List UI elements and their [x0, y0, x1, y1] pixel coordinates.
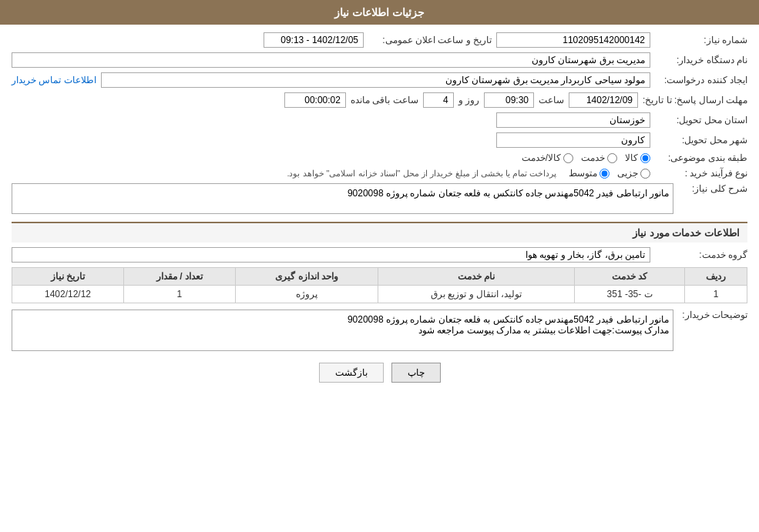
radio-khadamat-input[interactable]: [607, 153, 617, 163]
table-cell: 1: [124, 286, 236, 303]
service-table-body: 1ت -35- 351تولید، انتقال و توزیع برقپروژ…: [12, 286, 747, 303]
service-table: ردیف کد خدمت نام خدمت واحد اندازه گیری ت…: [12, 267, 747, 303]
announce-label: تاریخ و ساعت اعلان عمومی:: [368, 35, 492, 45]
col-quantity: تعداد / مقدار: [124, 268, 236, 286]
table-row: 1ت -35- 351تولید، انتقال و توزیع برقپروژ…: [12, 286, 747, 303]
col-service-name: نام خدمت: [378, 268, 575, 286]
announce-input[interactable]: [264, 32, 364, 48]
service-group-label: گروه خدمت:: [655, 249, 747, 260]
table-cell: تولید، انتقال و توزیع برق: [378, 286, 575, 303]
contact-link[interactable]: اطلاعات تماس خریدار: [12, 75, 96, 85]
col-row: ردیف: [685, 268, 747, 286]
deadline-days-input[interactable]: [423, 92, 454, 108]
need-number-input[interactable]: [496, 32, 650, 48]
table-cell: 1: [685, 286, 747, 303]
province-label: استان محل تحویل:: [655, 115, 747, 125]
row-creator: ایجاد کننده درخواست: اطلاعات تماس خریدار: [12, 72, 747, 88]
buyer-desc-label: توضیحات خریدار:: [678, 309, 747, 320]
row-city: شهر محل تحویل:: [12, 132, 747, 148]
col-date: تاریخ نیاز: [12, 268, 124, 286]
city-input[interactable]: [496, 132, 650, 148]
table-header-row: ردیف کد خدمت نام خدمت واحد اندازه گیری ت…: [12, 268, 747, 286]
radio-motavasset-input[interactable]: [599, 169, 610, 179]
radio-kala-khadamat-input[interactable]: [563, 153, 573, 163]
deadline-time-input[interactable]: [484, 92, 534, 108]
deadline-date-input[interactable]: [569, 92, 638, 108]
deadline-label: مهلت ارسال پاسخ: تا تاریخ:: [643, 95, 747, 105]
row-purchase-type: نوع فرآیند خرید : جزیی متوسط پرداخت تمام…: [12, 168, 747, 179]
category-label: طبقه بندی موضوعی:: [655, 152, 747, 163]
page-title: جزئیات اطلاعات نیاز: [334, 6, 425, 18]
col-unit: واحد اندازه گیری: [235, 268, 378, 286]
page-wrapper: جزئیات اطلاعات نیاز شماره نیاز: تاریخ و …: [0, 0, 759, 532]
city-label: شهر محل تحویل:: [655, 135, 747, 146]
row-deadline: مهلت ارسال پاسخ: تا تاریخ: ساعت روز و سا…: [12, 92, 747, 108]
narration-textarea[interactable]: [12, 183, 673, 214]
radio-motavasset: متوسط: [569, 168, 610, 179]
print-button[interactable]: چاپ: [391, 363, 441, 383]
narration-row: شرح کلی نیاز:: [12, 183, 747, 214]
creator-label: ایجاد کننده درخواست:: [655, 75, 747, 85]
table-cell: ت -35- 351: [575, 286, 685, 303]
need-number-label: شماره نیاز:: [655, 35, 747, 45]
radio-kala-khadamat-label: کالا/خدمت: [522, 152, 561, 163]
narration-label: شرح کلی نیاز:: [678, 183, 747, 194]
buyer-org-label: نام دستگاه خریدار:: [655, 55, 747, 65]
row-buyer-org: نام دستگاه خریدار:: [12, 52, 747, 68]
radio-khadamat-label: خدمت: [581, 152, 605, 163]
radio-kala-label: کالا: [625, 152, 638, 163]
back-button[interactable]: بازگشت: [319, 363, 384, 383]
table-cell: پروژه: [235, 286, 378, 303]
radio-jozvi: جزیی: [617, 168, 650, 179]
page-header: جزئیات اطلاعات نیاز: [0, 0, 759, 25]
table-cell: 1402/12/12: [12, 286, 124, 303]
purchase-type-label: نوع فرآیند خرید :: [655, 168, 747, 179]
bottom-buttons: چاپ بازگشت: [12, 363, 747, 394]
province-input[interactable]: [496, 112, 650, 128]
remaining-time-input[interactable]: [284, 92, 346, 108]
row-category: طبقه بندی موضوعی: کالا خدمت کالا/خدمت: [12, 152, 747, 163]
buyer-desc-textarea[interactable]: [12, 309, 673, 351]
purchase-type-note: پرداخت تمام یا بخشی از مبلغ خریدار از مح…: [287, 169, 556, 179]
buyer-org-input[interactable]: [12, 52, 650, 68]
radio-kala-khadamat: کالا/خدمت: [522, 152, 573, 163]
radio-kala-input[interactable]: [640, 153, 650, 163]
purchase-type-radio-group: جزیی متوسط: [569, 168, 650, 179]
deadline-time-label: ساعت: [539, 95, 564, 105]
deadline-days-label: روز و: [458, 95, 479, 105]
remaining-label: ساعت باقی مانده: [351, 95, 418, 105]
main-content: شماره نیاز: تاریخ و ساعت اعلان عمومی: نا…: [0, 25, 759, 402]
radio-motavasset-label: متوسط: [569, 168, 597, 179]
service-section-title: اطلاعات خدمات مورد نیاز: [12, 222, 747, 243]
service-group-input[interactable]: [12, 247, 650, 263]
col-service-code: کد خدمت: [575, 268, 685, 286]
radio-kala: کالا: [625, 152, 650, 163]
row-need-number: شماره نیاز: تاریخ و ساعت اعلان عمومی:: [12, 32, 747, 48]
row-service-group: گروه خدمت:: [12, 247, 747, 263]
radio-jozvi-input[interactable]: [640, 169, 650, 179]
row-province: استان محل تحویل:: [12, 112, 747, 128]
buyer-desc-row: توضیحات خریدار:: [12, 309, 747, 351]
radio-jozvi-label: جزیی: [617, 168, 638, 179]
creator-input[interactable]: [101, 72, 650, 88]
radio-khadamat: خدمت: [581, 152, 617, 163]
category-radio-group: کالا خدمت کالا/خدمت: [522, 152, 650, 163]
